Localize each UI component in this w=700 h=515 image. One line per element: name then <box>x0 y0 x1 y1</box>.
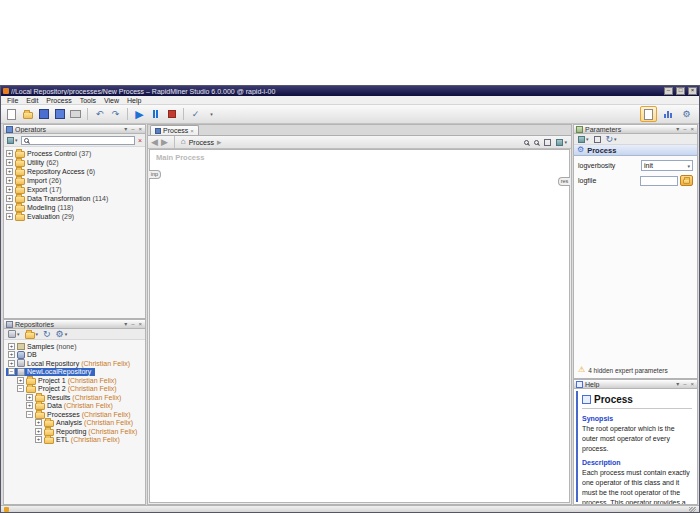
expand-icon[interactable]: + <box>6 159 13 166</box>
operator-group-row[interactable]: +Utility(62) <box>6 158 63 167</box>
logverbosity-select[interactable]: init ▾ <box>641 160 693 171</box>
repository-row[interactable]: +DB <box>6 351 41 360</box>
repository-row[interactable]: +Reporting(Christian Felix) <box>6 427 141 436</box>
panel-close-icon[interactable]: × <box>689 126 695 133</box>
expand-icon[interactable]: + <box>17 377 24 384</box>
collapse-icon[interactable]: − <box>17 385 24 392</box>
menu-tools[interactable]: Tools <box>76 97 100 104</box>
process-canvas[interactable]: Main Process inp res <box>149 149 570 503</box>
panel-menu-icon[interactable]: ▾ <box>123 321 128 328</box>
home-icon[interactable]: ⌂ <box>181 138 186 146</box>
panel-minimize-icon[interactable]: – <box>682 126 687 133</box>
collapse-icon[interactable]: − <box>8 368 15 375</box>
operator-group-row[interactable]: +Import(26) <box>6 176 65 185</box>
results-perspective-button[interactable] <box>659 106 676 122</box>
repository-row[interactable]: −Project 2(Christian Felix) <box>6 385 121 394</box>
choose-file-button[interactable] <box>680 175 693 186</box>
repository-row[interactable]: +ETL(Christian Felix) <box>6 436 124 445</box>
tab-close-icon[interactable]: × <box>190 128 194 134</box>
toolbar-more-button[interactable]: ▾ <box>204 107 219 122</box>
collapse-icon[interactable]: − <box>26 411 33 418</box>
expand-icon[interactable]: + <box>8 360 15 367</box>
repository-row[interactable]: +Data(Christian Felix) <box>6 402 117 411</box>
repository-row[interactable]: +Project 1(Christian Felix) <box>6 376 121 385</box>
forward-button[interactable]: ▶ <box>161 138 168 147</box>
expert-mode-button[interactable]: ▾ <box>577 134 590 145</box>
settings-perspective-button[interactable]: ⚙ <box>678 106 695 122</box>
expand-icon[interactable]: + <box>8 343 15 350</box>
back-button[interactable]: ◀ <box>151 138 158 147</box>
menu-file[interactable]: File <box>3 97 22 104</box>
menu-process[interactable]: Process <box>42 97 75 104</box>
expand-icon[interactable]: + <box>35 428 42 435</box>
panel-close-icon[interactable]: × <box>689 381 695 388</box>
panel-close-icon[interactable]: × <box>137 321 143 328</box>
stop-button[interactable] <box>164 107 179 122</box>
save-as-button[interactable] <box>52 107 67 122</box>
new-folder-button[interactable]: ▾ <box>24 329 40 340</box>
parameter-info-button[interactable] <box>593 134 602 145</box>
output-port[interactable]: res <box>558 177 570 186</box>
zoom-in-button[interactable] <box>533 137 540 148</box>
expand-icon[interactable]: + <box>35 419 42 426</box>
operator-group-row[interactable]: +Process Control(37) <box>6 149 95 158</box>
zoom-fit-button[interactable] <box>543 137 552 148</box>
operator-group-row[interactable]: +Export(17) <box>6 185 66 194</box>
expand-icon[interactable]: + <box>26 402 33 409</box>
process-tab[interactable]: Process × <box>150 125 199 135</box>
operators-filter-button[interactable]: ▾ <box>6 135 19 146</box>
repository-row[interactable]: +Samples(none) <box>6 342 80 351</box>
expand-icon[interactable]: + <box>6 213 13 220</box>
design-perspective-button[interactable] <box>640 106 657 122</box>
expand-icon[interactable]: + <box>6 204 13 211</box>
input-port[interactable]: inp <box>149 170 161 179</box>
operator-group-row[interactable]: +Repository Access(6) <box>6 167 99 176</box>
parameter-refresh-button[interactable]: ↻▾ <box>605 134 618 145</box>
redo-button[interactable]: ↷ <box>108 107 123 122</box>
operator-group-row[interactable]: +Data Transformation(114) <box>6 194 112 203</box>
expand-icon[interactable]: + <box>35 436 42 443</box>
panel-menu-icon[interactable]: ▾ <box>675 126 680 133</box>
minimize-button[interactable]: – <box>664 87 673 95</box>
expand-icon[interactable]: + <box>6 177 13 184</box>
resize-grip-icon[interactable] <box>689 507 696 512</box>
repository-row[interactable]: +Analysis(Christian Felix) <box>6 419 137 428</box>
refresh-repository-button[interactable]: ↻ <box>42 329 52 340</box>
operator-group-row[interactable]: +Evaluation(29) <box>6 212 78 221</box>
expand-icon[interactable]: + <box>26 394 33 401</box>
auto-arrange-button[interactable]: ▾ <box>555 137 568 148</box>
menu-edit[interactable]: Edit <box>22 97 42 104</box>
repository-row[interactable]: +Results(Christian Felix) <box>6 393 125 402</box>
add-repository-button[interactable]: ▾ <box>7 329 21 340</box>
validate-process-button[interactable]: ✓ <box>188 107 203 122</box>
panel-minimize-icon[interactable]: – <box>682 381 687 388</box>
expand-icon[interactable]: + <box>6 195 13 202</box>
menu-view[interactable]: View <box>100 97 123 104</box>
clear-search-button[interactable]: × <box>137 135 143 146</box>
new-process-button[interactable] <box>4 107 19 122</box>
expand-icon[interactable]: + <box>8 351 15 358</box>
panel-close-icon[interactable]: × <box>137 126 143 133</box>
breadcrumb[interactable]: Process <box>189 139 214 146</box>
configure-repository-button[interactable]: ⚙▾ <box>55 329 69 340</box>
save-process-button[interactable] <box>36 107 51 122</box>
repository-row-selected[interactable]: −NewLocalRepository <box>6 368 95 377</box>
open-process-button[interactable] <box>20 107 35 122</box>
panel-minimize-icon[interactable]: – <box>130 321 135 328</box>
panel-minimize-icon[interactable]: – <box>130 126 135 133</box>
pause-button[interactable] <box>148 107 163 122</box>
maximize-button[interactable]: □ <box>676 87 685 95</box>
menu-help[interactable]: Help <box>123 97 145 104</box>
help-panel-header[interactable]: Help ▾ – × <box>574 380 697 389</box>
expand-icon[interactable]: + <box>6 150 13 157</box>
print-button[interactable] <box>68 107 83 122</box>
repository-row[interactable]: −Processes(Christian Felix) <box>6 410 135 419</box>
operator-search-input[interactable] <box>31 137 132 144</box>
logfile-input[interactable] <box>640 176 678 186</box>
operators-panel-header[interactable]: Operators ▾ – × <box>4 125 145 134</box>
panel-menu-icon[interactable]: ▾ <box>675 381 680 388</box>
zoom-out-button[interactable] <box>523 137 530 148</box>
panel-menu-icon[interactable]: ▾ <box>123 126 128 133</box>
expand-icon[interactable]: + <box>6 186 13 193</box>
operator-group-row[interactable]: +Modeling(118) <box>6 203 77 212</box>
